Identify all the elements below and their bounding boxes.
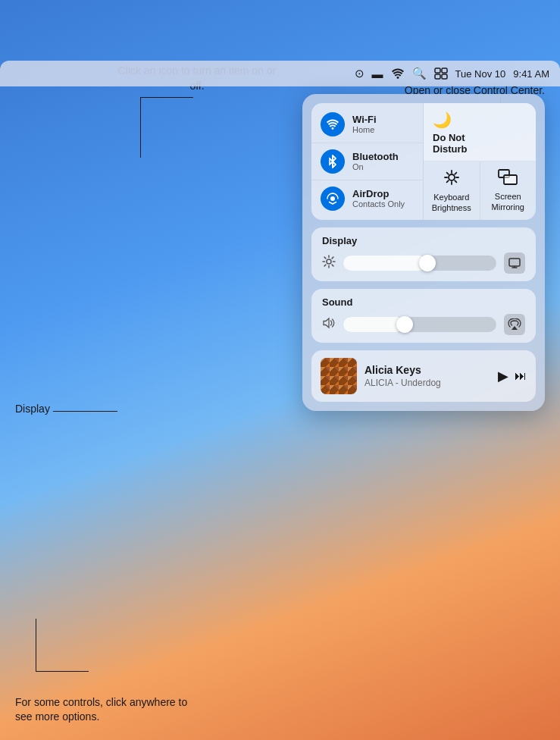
keyboard-brightness-icon	[443, 168, 461, 190]
dnd-title: Do NotDisturb	[433, 132, 468, 155]
sound-slider-row	[322, 314, 525, 335]
airdrop-icon	[321, 187, 345, 211]
svg-rect-0	[435, 68, 440, 73]
annotation-line-3	[53, 411, 117, 412]
bluetooth-subtitle: On	[352, 162, 399, 172]
bluetooth-text: Bluetooth On	[352, 151, 399, 173]
annotation-line-1h	[140, 97, 193, 98]
keyboard-brightness-label: KeyboardBrightness	[432, 193, 471, 212]
menu-bar-right: ⊙ ▬ 🔍	[355, 67, 549, 80]
wifi-subtitle: Home	[352, 125, 377, 135]
connectivity-section: Wi-Fi Home	[311, 103, 536, 220]
screen-frame: ⊙ ▬ 🔍	[0, 61, 560, 740]
control-center-menu-icon[interactable]	[434, 67, 448, 80]
svg-line-30	[332, 257, 333, 259]
annotation-line-4h	[36, 671, 89, 672]
screen-mirroring-button[interactable]: ScreenMirroring	[480, 161, 537, 220]
annotation-bottom: For some controls, click anywhere to see…	[15, 695, 189, 725]
sound-section: Sound	[311, 289, 536, 343]
volume-thumb[interactable]	[396, 316, 413, 333]
sound-title: Sound	[322, 296, 525, 308]
svg-line-16	[446, 173, 448, 174]
svg-point-23	[327, 259, 331, 264]
brightness-thumb[interactable]	[419, 255, 436, 271]
display-section: Display	[311, 227, 536, 281]
display-icon[interactable]	[504, 252, 525, 274]
airdrop-toggle[interactable]: AirDrop Contacts Only	[311, 180, 423, 217]
skip-button[interactable]: ⏭	[515, 369, 527, 383]
album-art-image	[321, 358, 357, 394]
airdrop-subtitle: Contacts Only	[352, 199, 405, 209]
svg-line-31	[324, 265, 326, 266]
svg-line-19	[446, 181, 448, 183]
bluetooth-icon	[321, 149, 345, 174]
wifi-menu-icon[interactable]	[391, 68, 405, 79]
bluetooth-title: Bluetooth	[352, 151, 399, 163]
wifi-icon	[321, 112, 345, 136]
brightness-fill	[343, 256, 427, 271]
svg-line-29	[332, 265, 333, 266]
keyboard-brightness-button[interactable]: KeyboardBrightness	[424, 161, 480, 220]
svg-rect-3	[442, 74, 447, 79]
search-menu-icon[interactable]: 🔍	[412, 67, 427, 80]
menu-bar-time: 9:41 AM	[513, 68, 549, 80]
volume-slider[interactable]	[343, 317, 496, 332]
airdrop-title: AirDrop	[352, 188, 405, 200]
screen-mirroring-label: ScreenMirroring	[492, 192, 524, 212]
svg-rect-2	[435, 74, 440, 79]
svg-point-11	[330, 196, 335, 201]
wifi-title: Wi-Fi	[352, 114, 377, 126]
play-button[interactable]: ▶	[498, 368, 508, 384]
now-playing-section[interactable]: Alicia Keys ALICIA - Underdog ▶ ⏭	[311, 350, 536, 402]
display-title: Display	[322, 235, 525, 246]
svg-line-18	[455, 173, 456, 174]
now-playing-track: Alicia Keys	[364, 364, 490, 376]
now-playing-subtitle: ALICIA - Underdog	[364, 378, 490, 388]
wifi-toggle[interactable]: Wi-Fi Home	[311, 106, 423, 143]
volume-fill	[343, 317, 405, 332]
annotation-line-1	[140, 97, 141, 158]
brightness-slider[interactable]	[343, 256, 496, 271]
menu-bar-date: Tue Nov 10	[455, 68, 506, 80]
annotation-display: Display	[15, 402, 50, 417]
airplay-icon[interactable]	[504, 314, 525, 335]
battery-menu-icon[interactable]: ▬	[372, 67, 383, 80]
svg-rect-1	[442, 68, 447, 73]
control-center-panel: Wi-Fi Home	[302, 94, 545, 411]
wifi-text: Wi-Fi Home	[352, 114, 377, 136]
menu-bar: ⊙ ▬ 🔍	[0, 61, 560, 86]
connectivity-right: 🌙 Do NotDisturb	[424, 103, 536, 220]
svg-line-28	[324, 257, 326, 259]
album-art	[321, 358, 357, 394]
svg-point-20	[449, 174, 455, 180]
dnd-moon-icon: 🌙	[433, 111, 452, 129]
screen-mirroring-icon	[498, 169, 518, 189]
brightness-low-icon	[322, 255, 336, 271]
annotation-line-4	[36, 619, 36, 672]
svg-line-17	[455, 181, 456, 183]
display-slider-row	[322, 252, 525, 274]
now-playing-menu-icon[interactable]: ⊙	[355, 67, 364, 80]
now-playing-info: Alicia Keys ALICIA - Underdog	[364, 364, 490, 388]
small-buttons-row: KeyboardBrightness ScreenMirroring	[424, 161, 536, 220]
svg-rect-32	[509, 259, 520, 266]
bluetooth-toggle[interactable]: Bluetooth On	[311, 143, 423, 180]
volume-low-icon	[322, 317, 336, 332]
airdrop-text: AirDrop Contacts Only	[352, 188, 405, 210]
now-playing-controls: ▶ ⏭	[498, 368, 527, 384]
svg-rect-22	[504, 175, 517, 184]
do-not-disturb-toggle[interactable]: 🌙 Do NotDisturb	[424, 103, 536, 161]
connectivity-left: Wi-Fi Home	[311, 103, 424, 220]
